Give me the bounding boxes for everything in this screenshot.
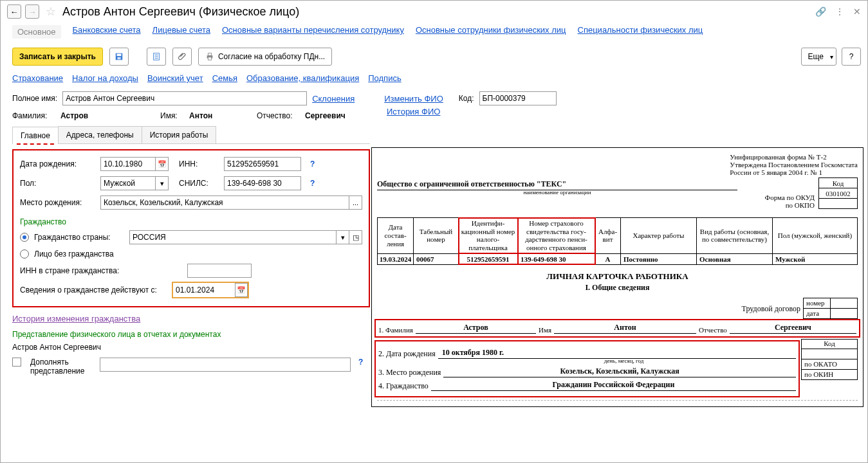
inn-help[interactable]: ?	[308, 159, 317, 168]
chevron-down-icon: ▾	[830, 53, 833, 60]
citizenship-head: Гражданство	[20, 215, 362, 230]
kod-head: Код	[819, 178, 858, 188]
firstname-value: Антон	[189, 111, 250, 120]
link-icon[interactable]: 🔗	[815, 6, 826, 17]
svg-rect-2	[117, 57, 120, 60]
lastname-value: Астров	[60, 111, 154, 120]
history-fio-link[interactable]: История ФИО	[387, 107, 440, 116]
supplement-checkbox[interactable]	[12, 358, 21, 367]
nav-fwd-button[interactable]: →	[25, 5, 39, 19]
link-edu[interactable]: Образование, квалификация	[246, 73, 359, 83]
card-sub: I. Общие сведения	[377, 283, 858, 293]
card-title: ЛИЧНАЯ КАРТОЧКА РАБОТНИКА	[377, 271, 858, 282]
consent-label: Согласие на обработку ПДн...	[218, 52, 325, 61]
svg-rect-1	[116, 54, 121, 57]
pob-input[interactable]	[100, 195, 349, 210]
okud-label: Форма по ОКУД	[765, 194, 815, 201]
pob-picker[interactable]: ...	[349, 195, 362, 210]
supplement-label: Дополнять представление	[30, 358, 95, 376]
midname-value: Сергеевич	[305, 111, 346, 120]
since-label: Сведения о гражданстве действуют с:	[20, 286, 167, 295]
more-button[interactable]: Еще▾	[801, 48, 836, 66]
page-title: Астров Антон Сергеевич (Физическое лицо)	[62, 5, 811, 19]
tab-addresses[interactable]: Адреса, телефоны	[58, 126, 142, 143]
doc-form-line3: России от 5 января 2004 г. № 1	[730, 168, 858, 176]
pob-label: Место рождения:	[20, 198, 94, 207]
save-button[interactable]	[109, 48, 129, 66]
supplement-help[interactable]: ?	[356, 358, 365, 367]
foreign-inn-input[interactable]	[187, 264, 252, 278]
foreign-inn-label: ИНН в стране гражданства:	[20, 266, 181, 275]
calendar-icon[interactable]: 📅	[156, 157, 169, 171]
kebab-icon[interactable]: ⋮	[835, 6, 844, 17]
floppy-icon	[115, 52, 124, 61]
fullname-input[interactable]	[62, 91, 307, 105]
inn-input[interactable]	[224, 157, 301, 171]
stateless-label: Лицо без гражданства	[34, 250, 114, 259]
printer-icon	[205, 52, 214, 61]
okpo-label: по ОКПО	[765, 201, 815, 209]
close-icon[interactable]: ✕	[853, 6, 861, 17]
link-tax[interactable]: Налог на доходы	[72, 73, 138, 83]
okud-value: 0301002	[819, 188, 858, 199]
code-label: Код:	[459, 94, 474, 103]
dob-input[interactable]	[100, 157, 156, 171]
citizenship-country-input[interactable]	[129, 230, 337, 244]
tab-main[interactable]: Главное	[12, 127, 59, 144]
nav-main[interactable]: Основное	[12, 25, 61, 39]
snils-help[interactable]: ?	[308, 179, 317, 188]
sex-label: Пол:	[20, 179, 94, 188]
nav-back-button[interactable]: ←	[7, 5, 21, 19]
help-button[interactable]: ?	[842, 48, 861, 66]
link-family[interactable]: Семья	[212, 73, 237, 83]
supplement-input[interactable]	[100, 358, 351, 372]
inn-label: ИНН:	[179, 159, 217, 168]
since-calendar-icon[interactable]: 📅	[235, 283, 248, 297]
tab-workhistory[interactable]: История работы	[142, 126, 217, 143]
okpo-value	[819, 199, 858, 209]
sex-input[interactable]	[100, 176, 156, 190]
svg-rect-9	[208, 57, 211, 60]
doc-form-line1: Унифицированная форма № Т-2	[730, 153, 858, 161]
midname-label: Отчество:	[257, 111, 299, 120]
link-insurance[interactable]: Страхование	[12, 73, 63, 83]
stateless-radio[interactable]	[20, 250, 29, 259]
citizenship-country-label: Гражданство страны:	[34, 233, 124, 242]
nav-transfer[interactable]: Основные варианты перечисления сотрудник…	[222, 25, 404, 39]
doc-main-table: Дата состав-ления Табельный номер Иденти…	[377, 217, 858, 265]
nav-personal[interactable]: Лицевые счета	[152, 25, 210, 39]
attach-button[interactable]	[172, 48, 192, 66]
doc-form-line2: Утверждена Постановлением Госкомстата	[730, 161, 858, 168]
main-panel: Дата рождения: 📅 ИНН: ? Пол: ▾ СНИЛС: ? …	[12, 149, 370, 307]
fullname-label: Полное имя:	[12, 94, 57, 103]
nav-spec[interactable]: Специальности физических лиц	[578, 25, 703, 39]
change-fio-link[interactable]: Изменить ФИО	[384, 94, 443, 104]
save-close-button[interactable]: Записать и закрыть	[12, 48, 103, 66]
dob-label: Дата рождения:	[20, 159, 94, 168]
lastname-label: Фамилия:	[12, 111, 54, 120]
firstname-label: Имя:	[160, 111, 183, 120]
t2-document: Унифицированная форма № Т-2 Утверждена П…	[371, 147, 863, 407]
favorite-icon[interactable]: ☆	[43, 5, 59, 19]
report-button[interactable]	[147, 48, 166, 66]
snils-label: СНИЛС:	[179, 179, 217, 188]
since-input[interactable]	[173, 284, 235, 296]
nav-employees[interactable]: Основные сотрудники физических лиц	[416, 25, 566, 39]
declensions-link[interactable]: Склонения	[312, 94, 355, 104]
paperclip-icon	[178, 52, 187, 61]
link-military[interactable]: Воинский учет	[147, 73, 203, 83]
document-icon	[152, 52, 161, 61]
code-input[interactable]	[479, 91, 557, 105]
link-sign[interactable]: Подпись	[368, 73, 401, 83]
svg-rect-8	[208, 53, 211, 56]
snils-input[interactable]	[224, 176, 301, 190]
citizenship-country-radio[interactable]	[20, 233, 29, 242]
sex-dropdown[interactable]: ▾	[156, 176, 169, 190]
contract-label: Трудовой договор	[742, 304, 800, 314]
nav-bank[interactable]: Банковские счета	[73, 25, 141, 39]
country-dropdown[interactable]: ▾	[337, 230, 349, 244]
country-open[interactable]: ◳	[349, 230, 362, 244]
consent-button[interactable]: Согласие на обработку ПДн...	[198, 48, 332, 66]
